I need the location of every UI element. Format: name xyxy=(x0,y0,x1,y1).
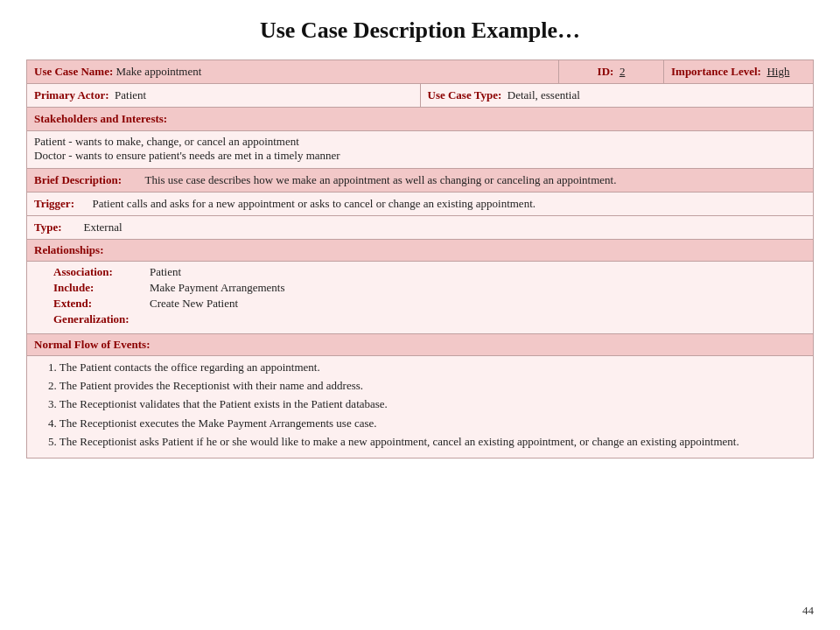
rel-generalization-label: Generalization: xyxy=(53,312,150,326)
flow-item-4-num: 4. xyxy=(48,416,60,430)
stakeholders-header-row: Stakeholders and Interests: xyxy=(27,108,813,131)
flow-item-1-text: The Patient contacts the office regardin… xyxy=(60,360,320,374)
trigger-row: Trigger: Patient calls and asks for a ne… xyxy=(27,192,813,216)
flow-item-1: 1. The Patient contacts the office regar… xyxy=(48,360,806,375)
flow-item-4-text: The Receptionist executes the Make Payme… xyxy=(60,416,377,430)
primary-actor-label: Primary Actor: xyxy=(34,88,109,102)
importance-value: High xyxy=(766,65,789,78)
stakeholder-item-1: Patient - wants to make, change, or canc… xyxy=(34,135,806,149)
flow-item-5-text: The Receptionist asks Patient if he or s… xyxy=(60,435,739,448)
rel-association-value: Patient xyxy=(150,265,181,279)
brief-description-value: This use case describes how we make an a… xyxy=(145,173,617,187)
use-case-name-value: Make appointment xyxy=(116,65,202,78)
cell-primary-actor: Primary Actor: Patient xyxy=(27,84,421,107)
flow-item-5: 5. The Receptionist asks Patient if he o… xyxy=(48,434,806,450)
cell-use-case-type: Use Case Type: Detail, essential xyxy=(421,84,814,107)
id-value: 2 xyxy=(620,65,626,78)
use-case-name-label: Use Case Name: xyxy=(34,65,113,78)
normal-flow-header-row: Normal Flow of Events: xyxy=(27,334,813,356)
type-label: Type: xyxy=(34,220,78,234)
cell-use-case-name: Use Case Name: Make appointment xyxy=(27,60,559,83)
use-case-type-label: Use Case Type: xyxy=(428,88,502,102)
flow-item-3: 3. The Receptionist validates that the P… xyxy=(48,396,806,412)
flow-item-2: 2. The Patient provides the Receptionist… xyxy=(48,378,806,394)
relationships-header-row: Relationships: xyxy=(27,240,813,262)
use-case-type-value: Detail, essential xyxy=(508,88,580,102)
rel-include: Include: Make Payment Arrangements xyxy=(53,281,806,295)
importance-label: Importance Level: xyxy=(671,65,761,78)
rel-extend: Extend: Create New Patient xyxy=(53,297,806,311)
rel-association: Association: Patient xyxy=(53,265,806,279)
flow-item-1-num: 1. xyxy=(48,360,60,374)
type-row: Type: External xyxy=(27,216,813,240)
type-value: External xyxy=(84,220,122,234)
cell-importance: Importance Level: High xyxy=(664,60,813,83)
flow-item-5-num: 5. xyxy=(48,435,60,448)
row-use-case-name: Use Case Name: Make appointment ID: 2 Im… xyxy=(27,60,813,84)
rel-association-label: Association: xyxy=(53,265,150,279)
rel-generalization: Generalization: xyxy=(53,312,806,326)
rel-include-value: Make Payment Arrangements xyxy=(150,281,285,295)
row-primary-actor: Primary Actor: Patient Use Case Type: De… xyxy=(27,84,813,108)
flow-item-4: 4. The Receptionist executes the Make Pa… xyxy=(48,416,806,431)
rel-extend-value: Create New Patient xyxy=(150,297,238,311)
normal-flow-body: 1. The Patient contacts the office regar… xyxy=(27,356,813,458)
page-number: 44 xyxy=(802,604,814,618)
normal-flow-header-label: Normal Flow of Events: xyxy=(34,338,150,351)
stakeholders-header-label: Stakeholders and Interests: xyxy=(34,112,167,125)
flow-item-2-num: 2. xyxy=(48,379,60,392)
relationships-body: Association: Patient Include: Make Payme… xyxy=(27,262,813,334)
primary-actor-value: Patient xyxy=(115,88,146,102)
stakeholders-body: Patient - wants to make, change, or canc… xyxy=(27,131,813,169)
trigger-label: Trigger: xyxy=(34,197,87,211)
cell-id: ID: 2 xyxy=(559,60,664,83)
use-case-table: Use Case Name: Make appointment ID: 2 Im… xyxy=(26,60,814,458)
stakeholder-item-2: Doctor - wants to ensure patient's needs… xyxy=(34,149,806,163)
flow-item-3-text: The Receptionist validates that the Pati… xyxy=(60,397,388,410)
flow-item-2-text: The Patient provides the Receptionist wi… xyxy=(60,379,363,392)
brief-description-row: Brief Description: This use case describ… xyxy=(27,169,813,192)
page-title: Use Case Description Example… xyxy=(260,18,580,44)
brief-description-label: Brief Description: xyxy=(34,173,139,187)
rel-extend-label: Extend: xyxy=(53,297,150,311)
id-label: ID: xyxy=(598,65,614,78)
rel-include-label: Include: xyxy=(53,281,150,295)
flow-item-3-num: 3. xyxy=(48,397,60,410)
relationships-header-label: Relationships: xyxy=(34,243,103,256)
trigger-value: Patient calls and asks for a new appoint… xyxy=(93,197,536,211)
